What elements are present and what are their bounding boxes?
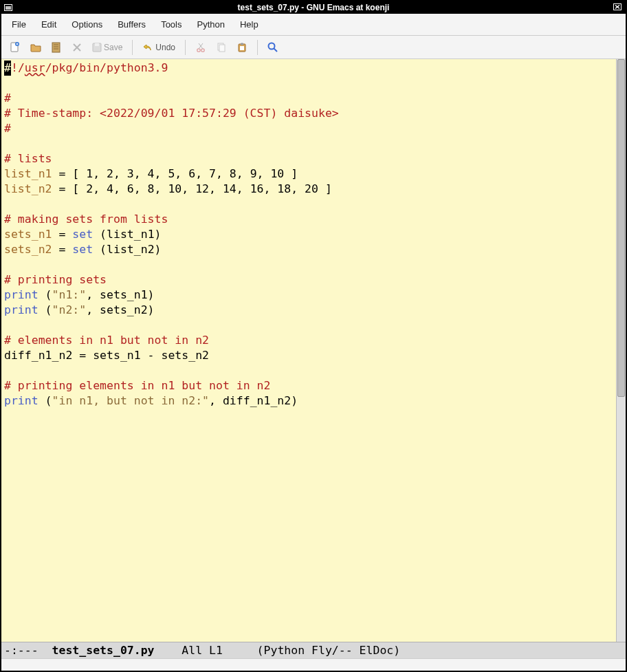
cut-icon[interactable] (191, 39, 210, 56)
code-text: # elements in n1 but not in n2 (4, 334, 209, 347)
toolbar-separator (257, 40, 258, 55)
editor-area: #!/usr/pkg/bin/python3.9 # # Time-stamp:… (1, 59, 626, 642)
svg-point-26 (269, 43, 275, 49)
undo-button[interactable]: Undo (138, 39, 179, 56)
window-title: test_sets_07.py - GNU Emacs at koenji (15, 3, 612, 12)
paste-icon[interactable] (232, 39, 252, 56)
undo-label: Undo (155, 43, 175, 52)
modeline-buffer: test_sets_07.py (45, 644, 162, 657)
new-file-icon[interactable] (6, 39, 25, 56)
modeline-sep (162, 644, 182, 657)
close-icon[interactable] (613, 3, 624, 12)
kill-buffer-icon[interactable] (67, 39, 87, 56)
modeline-position: All L1 (182, 644, 223, 657)
scroll-thumb[interactable] (617, 59, 625, 397)
code-text: list_n2 (4, 182, 52, 195)
editor-buffer[interactable]: #!/usr/pkg/bin/python3.9 # # Time-stamp:… (1, 59, 616, 642)
code-text: ( (38, 288, 52, 301)
code-text: set (72, 228, 93, 241)
code-text: = [ 2, 4, 6, 8, 10, 12, 14, 16, 18, 20 ] (52, 182, 332, 195)
save-button[interactable]: Save (88, 39, 126, 56)
code-text: diff_n1_n2 = sets_n1 - sets_n2 (4, 349, 209, 362)
svg-line-27 (274, 48, 278, 52)
code-text: ( (38, 303, 52, 316)
save-label: Save (104, 43, 122, 52)
minibuffer[interactable] (1, 658, 626, 671)
code-text: "n2:" (52, 303, 87, 316)
menu-edit[interactable]: Edit (34, 17, 64, 32)
code-text: print (4, 394, 38, 407)
code-text: # making sets from lists (4, 213, 168, 226)
toolbar-separator (185, 40, 186, 55)
window-menu-icon[interactable] (3, 3, 14, 12)
search-icon[interactable] (263, 39, 283, 56)
code-text: # printing elements in n1 but not in n2 (4, 379, 270, 392)
menu-buffers[interactable]: Buffers (110, 17, 153, 32)
menubar: File Edit Options Buffers Tools Python H… (1, 14, 626, 36)
code-text: = (52, 228, 73, 241)
copy-icon[interactable] (212, 39, 231, 56)
code-text: (list_n2) (93, 243, 161, 256)
code-text: , sets_n1) (86, 288, 154, 301)
svg-rect-16 (95, 43, 99, 46)
svg-point-17 (197, 48, 200, 51)
emacs-window: test_sets_07.py - GNU Emacs at koenji Fi… (0, 0, 627, 672)
cursor: # (4, 61, 11, 76)
svg-point-18 (201, 48, 204, 51)
open-file-icon[interactable] (26, 39, 45, 56)
dired-icon[interactable] (47, 39, 66, 56)
code-text: = [ 1, 2, 3, 4, 5, 6, 7, 8, 9, 10 ] (52, 167, 298, 180)
code-text: , sets_n2) (86, 303, 154, 316)
menu-file[interactable]: File (4, 17, 34, 32)
code-text: sets_n2 (4, 243, 52, 256)
code-text: sets_n1 (4, 228, 52, 241)
code-text: print (4, 288, 38, 301)
menu-help[interactable]: Help (232, 17, 266, 32)
code-text: # Time-stamp: <2022/09/01 17:57:29 (CST)… (4, 107, 339, 120)
code-text: ( (38, 394, 52, 407)
code-text: "n1:" (52, 288, 87, 301)
code-text: # (4, 91, 11, 105)
code-text: list_n1 (4, 167, 52, 180)
code-text: (list_n1) (93, 228, 161, 241)
code-text: "in n1, but not in n2:" (52, 394, 209, 407)
menu-options[interactable]: Options (64, 17, 110, 32)
modeline[interactable]: -:--- test_sets_07.py All L1 (Python Fly… (1, 642, 626, 658)
scrollbar[interactable] (616, 59, 626, 642)
svg-rect-25 (240, 46, 244, 50)
code-text: # printing sets (4, 273, 107, 286)
toolbar-separator (132, 40, 133, 55)
svg-rect-24 (241, 43, 243, 45)
code-text: !/usr/pkg/bin/python3.9 (11, 61, 168, 74)
svg-rect-9 (52, 43, 60, 52)
code-text: set (72, 243, 93, 256)
svg-rect-22 (219, 45, 225, 52)
menu-python[interactable]: Python (189, 17, 232, 32)
menu-tools[interactable]: Tools (153, 17, 189, 32)
toolbar: Save Undo (1, 36, 626, 59)
code-text: print (4, 303, 38, 316)
code-text: = (52, 243, 73, 256)
titlebar: test_sets_07.py - GNU Emacs at koenji (1, 1, 626, 14)
code-text: # lists (4, 152, 52, 165)
modeline-status: -:--- (4, 644, 45, 657)
code-text: # (4, 122, 11, 135)
svg-rect-2 (6, 6, 11, 10)
modeline-modes: (Python Fly/-- ElDoc) (223, 644, 400, 657)
code-text: , diff_n1_n2) (209, 394, 298, 407)
